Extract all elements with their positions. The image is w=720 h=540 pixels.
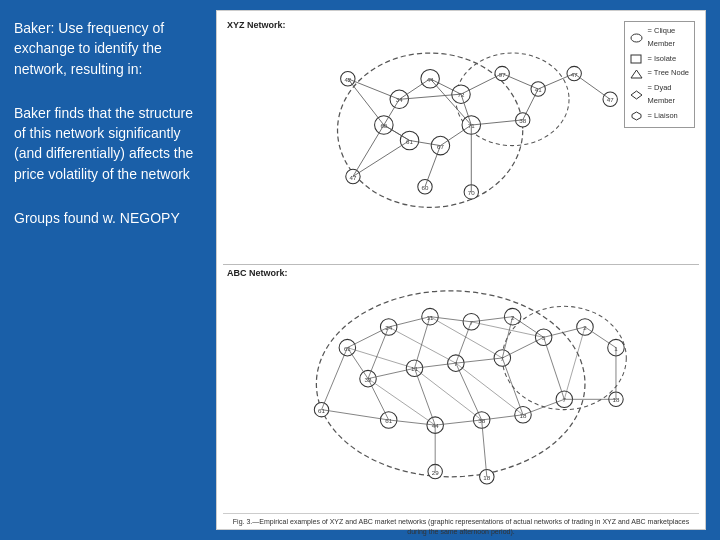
svg-marker-2 [631,70,642,78]
svg-point-0 [631,34,642,42]
baker-finding-text: Baker finds that the structure of this n… [14,105,193,182]
svg-line-130 [322,348,348,410]
legend-item-tree: = Tree Node [630,67,689,80]
legend-box: = CliqueMember = Isolate = Tree Node [624,21,695,128]
svg-marker-4 [632,112,641,120]
legend-item-dyad: = DyadMember [630,82,689,108]
svg-line-115 [585,327,616,348]
svg-point-61 [316,291,585,477]
dyad-label: = DyadMember [648,82,676,108]
svg-line-133 [482,420,487,477]
negopy-text: Groups found w. NEGOPY [14,210,180,226]
legend-item-liaison: = Liaison [630,110,689,123]
svg-line-121 [368,379,389,420]
svg-line-142 [471,322,543,337]
svg-line-57 [538,74,574,89]
svg-line-42 [440,125,471,146]
svg-line-136 [347,348,414,369]
text-block-1: Baker: Use frequency of exchange to iden… [14,18,196,79]
legend-item-clique: = CliqueMember [630,25,689,51]
svg-text:24: 24 [385,324,392,331]
liaison-label: = Liaison [648,110,678,123]
svg-line-59 [425,146,440,187]
svg-text:97: 97 [499,71,506,78]
baker-intro-text: Baker: Use frequency of exchange to iden… [14,20,164,77]
svg-line-137 [389,327,456,363]
text-block-3: Groups found w. NEGOPY [14,208,196,228]
liaison-shape [630,111,644,121]
dyad-shape [630,90,644,100]
left-panel: Baker: Use frequency of exchange to iden… [0,0,210,540]
svg-line-113 [502,337,543,358]
svg-line-54 [502,74,538,89]
abc-network-svg: 61 24 11 7 2 32 11 7 7 5 2 [223,265,699,513]
network-image-container: XYZ Network: = CliqueMember = Isolate [216,10,706,530]
svg-rect-1 [631,55,641,63]
svg-line-105 [347,327,388,348]
svg-line-53 [461,74,502,95]
svg-line-141 [456,363,523,415]
svg-line-39 [399,79,430,100]
svg-line-125 [544,337,565,399]
svg-line-131 [322,410,389,420]
text-block-2: Baker finds that the structure of this n… [14,103,196,184]
svg-text:41: 41 [535,86,542,93]
clique-shape [630,33,644,43]
svg-line-124 [502,358,523,415]
xyz-diagram-label: XYZ Network: [227,20,286,30]
svg-line-122 [415,368,436,425]
xyz-network-diagram: XYZ Network: = CliqueMember = Isolate [223,17,699,265]
svg-line-55 [523,89,538,120]
clique-label: = CliqueMember [648,25,676,51]
svg-line-118 [456,322,471,363]
svg-marker-3 [631,91,642,99]
svg-text:18: 18 [483,474,490,481]
svg-line-109 [347,348,368,379]
svg-line-129 [523,399,564,414]
abc-network-diagram: ABC Network: 61 24 11 7 2 32 11 [223,265,699,513]
figure-caption: Fig. 3.—Empirical examples of XYZ and AB… [223,513,699,540]
svg-line-123 [456,363,482,420]
svg-line-140 [415,368,482,420]
tree-shape [630,69,644,79]
svg-line-51 [353,125,384,176]
right-panel: XYZ Network: = CliqueMember = Isolate [210,0,720,540]
svg-line-116 [368,327,389,379]
isolate-label: = Isolate [648,53,677,66]
svg-line-117 [415,317,430,369]
svg-line-58 [574,74,610,100]
legend-item-isolate: = Isolate [630,53,689,66]
svg-line-52 [353,140,410,176]
abc-diagram-label: ABC Network: [227,268,288,278]
tree-label: = Tree Node [648,67,689,80]
isolate-shape [630,54,644,64]
